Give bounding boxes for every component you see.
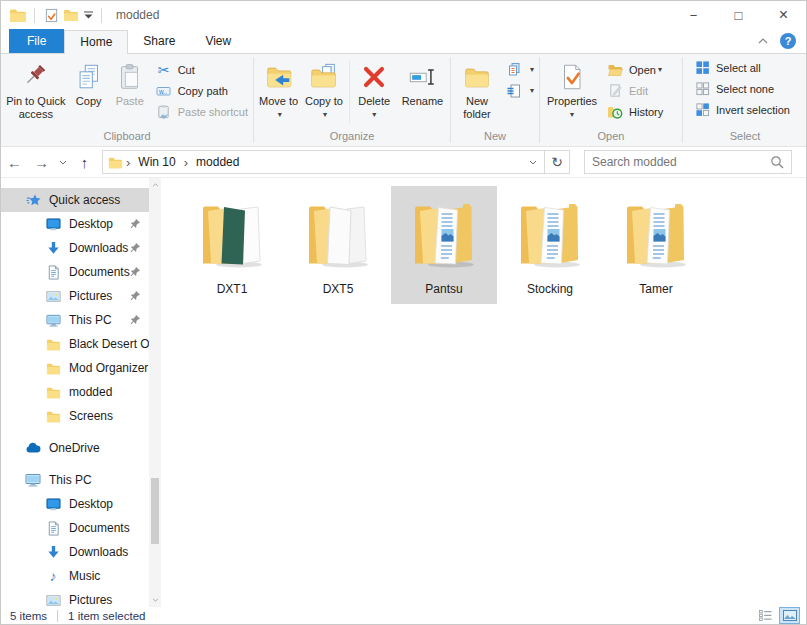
qat-properties-icon[interactable] — [41, 5, 61, 25]
sidebar-item-modded[interactable]: modded — [1, 380, 161, 404]
sidebar-label: modded — [69, 385, 112, 399]
sidebar-label: Pictures — [69, 593, 112, 607]
group-select: Select all Select none Invert selection … — [683, 54, 806, 146]
new-item-button[interactable]: ▾ — [501, 59, 537, 80]
copy-button[interactable]: Copy — [69, 57, 109, 108]
sidebar-item-this-pc[interactable]: This PC — [1, 468, 161, 492]
refresh-button[interactable]: ↻ — [545, 150, 570, 174]
sidebar-item-documents-pc[interactable]: Documents — [1, 516, 161, 540]
sidebar-item-screens[interactable]: Screens — [1, 404, 161, 428]
onedrive-icon — [25, 440, 41, 456]
easy-access-button[interactable]: ▾ — [501, 80, 537, 101]
copy-to-button[interactable]: Copy to▾ — [301, 57, 346, 121]
folder-tile-dxt5[interactable]: DXT5 — [285, 186, 391, 304]
pushpin-icon — [21, 59, 51, 95]
folder-icon — [45, 336, 61, 352]
scroll-down-icon[interactable] — [149, 594, 161, 606]
folder-tile-dxt1[interactable]: DXT1 — [179, 186, 285, 304]
scrollbar-thumb[interactable] — [151, 478, 159, 544]
qat-customize-dropdown[interactable] — [81, 5, 95, 25]
rename-button[interactable]: Rename — [397, 57, 448, 108]
back-button[interactable]: ← — [1, 148, 28, 176]
items-count: 5 items — [10, 610, 47, 622]
minimize-button[interactable]: − — [671, 1, 716, 29]
breadcrumb-modded[interactable]: modded — [189, 155, 246, 169]
move-to-label: Move to — [259, 95, 298, 108]
pin-icon — [129, 314, 141, 326]
history-button[interactable]: History — [602, 101, 666, 122]
search-box[interactable] — [584, 150, 792, 174]
collapse-ribbon-icon[interactable] — [758, 38, 768, 44]
titlebar-separator — [34, 8, 35, 23]
folder-tile-stocking[interactable]: Stocking — [497, 186, 603, 304]
open-button[interactable]: Open ▾ — [602, 59, 666, 80]
dropdown-icon: ▾ — [658, 65, 662, 74]
breadcrumb-win10[interactable]: Win 10 — [131, 155, 182, 169]
select-none-button[interactable]: Select none — [689, 78, 777, 99]
sidebar-item-pictures[interactable]: Pictures — [1, 284, 161, 308]
invert-selection-button[interactable]: Invert selection — [689, 99, 793, 120]
folder-icon — [300, 188, 376, 281]
up-button[interactable]: ↑ — [71, 148, 98, 176]
forward-button[interactable]: → — [28, 148, 55, 176]
address-dropdown-icon[interactable] — [522, 151, 544, 173]
sidebar-item-this-pc-pinned[interactable]: This PC — [1, 308, 161, 332]
search-icon[interactable] — [770, 155, 784, 169]
properties-label: Properties — [547, 95, 597, 108]
maximize-button[interactable]: □ — [716, 1, 761, 29]
folder-tile-tamer[interactable]: Tamer — [603, 186, 709, 304]
sidebar-item-music[interactable]: ♪ Music — [1, 564, 161, 588]
sidebar-item-quick-access[interactable]: Quick access — [1, 188, 161, 212]
sidebar-item-black-desert[interactable]: Black Desert Onl — [1, 332, 161, 356]
app-folder-icon — [8, 5, 28, 25]
tab-file[interactable]: File — [9, 29, 64, 53]
new-folder-button[interactable]: New folder — [453, 57, 501, 121]
copy-to-icon — [309, 59, 339, 95]
copy-path-button[interactable]: w.. Copy path — [151, 80, 251, 101]
sidebar-item-desktop-pc[interactable]: Desktop — [1, 492, 161, 516]
thumbnails-view-button[interactable] — [779, 607, 800, 624]
sidebar-label: Documents — [69, 265, 130, 279]
sidebar-label: Mod Organizer — [69, 361, 148, 375]
edit-icon — [605, 83, 625, 99]
edit-button[interactable]: Edit — [602, 80, 666, 101]
sidebar-item-downloads-pc[interactable]: Downloads — [1, 540, 161, 564]
paste-shortcut-button[interactable]: Paste shortcut — [151, 101, 251, 122]
scroll-up-icon[interactable] — [149, 179, 161, 191]
search-input[interactable] — [592, 155, 770, 169]
sidebar-item-desktop[interactable]: Desktop — [1, 212, 161, 236]
sidebar-item-downloads[interactable]: Downloads — [1, 236, 161, 260]
sidebar-item-documents[interactable]: Documents — [1, 260, 161, 284]
open-folder-icon — [605, 62, 625, 78]
pin-to-quick-access-button[interactable]: Pin to Quick access — [3, 57, 69, 121]
help-icon[interactable]: ? — [780, 33, 796, 49]
address-bar[interactable]: › Win 10 › modded — [102, 150, 545, 174]
select-all-button[interactable]: Select all — [689, 57, 764, 78]
sidebar-label: Screens — [69, 409, 113, 423]
group-label-new: New — [451, 129, 539, 146]
address-folder-icon — [107, 154, 123, 170]
select-none-icon — [692, 81, 712, 97]
close-button[interactable]: × — [761, 1, 806, 29]
tab-home[interactable]: Home — [64, 30, 128, 54]
cut-button[interactable]: ✂ Cut — [151, 59, 251, 80]
properties-button[interactable]: Properties ▾ — [542, 57, 602, 121]
sidebar-item-mod-organizer[interactable]: Mod Organizer — [1, 356, 161, 380]
tab-share[interactable]: Share — [128, 29, 190, 53]
details-view-button[interactable] — [755, 607, 776, 624]
paste-button[interactable]: Paste — [109, 57, 151, 108]
folder-name: Pantsu — [425, 282, 462, 296]
sidebar-scrollbar[interactable] — [149, 178, 161, 607]
delete-button[interactable]: Delete ▾ — [352, 57, 397, 121]
recent-locations-dropdown[interactable] — [55, 148, 71, 176]
sidebar-item-onedrive[interactable]: OneDrive — [1, 436, 161, 460]
move-to-button[interactable]: Move to▾ — [256, 57, 301, 121]
group-label-organize: Organize — [254, 129, 450, 146]
sidebar-label: This PC — [49, 473, 92, 487]
downloads-icon — [45, 240, 61, 256]
sidebar-item-pictures-pc[interactable]: Pictures — [1, 588, 161, 607]
qat-new-folder-icon[interactable] — [61, 5, 81, 25]
new-item-icon — [504, 62, 524, 78]
folder-tile-pantsu[interactable]: Pantsu — [391, 186, 497, 304]
tab-view[interactable]: View — [190, 29, 246, 53]
